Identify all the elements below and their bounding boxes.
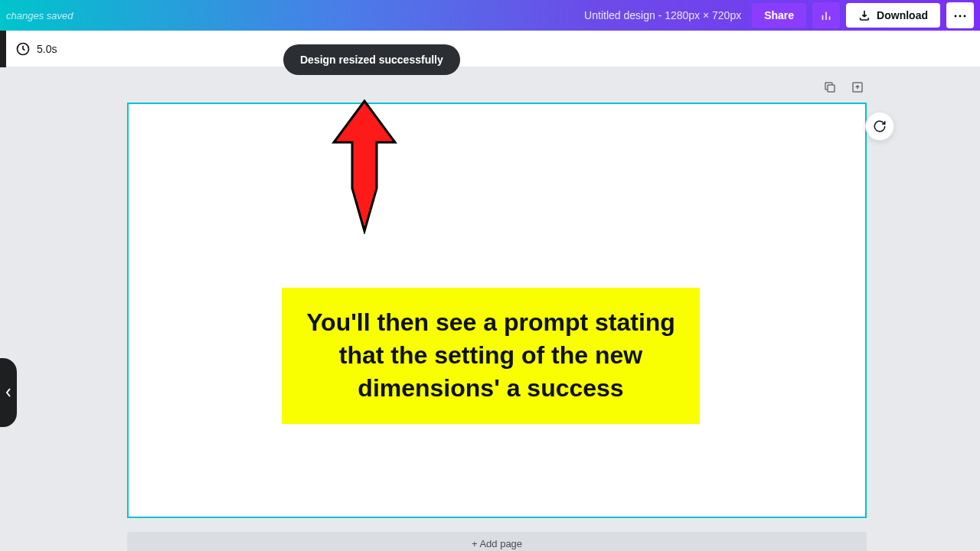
ellipsis-icon: ⋯ [953,7,967,24]
canvas-workspace: You'll then see a prompt stating that th… [0,67,980,551]
annotation-callout[interactable]: You'll then see a prompt stating that th… [282,288,700,424]
header-actions: Untitled design - 980px × 551px Share D… [584,2,974,28]
duration-value[interactable]: 5.0s [37,43,57,55]
add-page-label: + Add page [472,538,522,549]
export-page-button[interactable] [848,78,867,96]
chevron-left-icon [5,387,12,398]
document-title[interactable]: Untitled design - 980px × 551px [584,9,741,21]
toolbar: 5.0s [0,31,980,67]
clock-icon [15,41,31,57]
duplicate-icon [823,80,837,94]
callout-text: You'll then see a prompt stating that th… [306,308,675,402]
design-canvas[interactable]: You'll then see a prompt stating that th… [127,103,867,518]
sidebar-collapse-handle[interactable] [0,358,17,427]
bar-chart-icon [819,8,833,22]
svg-rect-4 [828,85,835,92]
toast-message: Design resized successfully [300,54,443,66]
add-page-button[interactable]: + Add page [127,532,867,551]
download-label: Download [877,9,928,21]
refresh-button[interactable] [865,112,894,141]
save-status: changes saved [6,10,73,21]
share-button[interactable]: Share [752,3,806,28]
top-header: changes saved Untitled design - 1280px ×… [0,0,980,31]
arrow-annotation-icon [329,98,400,234]
upload-icon [851,80,864,94]
page-controls [821,78,867,96]
toast-notification: Design resized successfully [283,44,460,75]
duplicate-page-button[interactable] [821,78,839,96]
download-button[interactable]: Download [846,3,940,28]
download-icon [858,9,871,21]
refresh-icon [873,119,887,133]
more-options-button[interactable]: ⋯ [946,2,974,28]
analytics-button[interactable] [812,2,840,28]
